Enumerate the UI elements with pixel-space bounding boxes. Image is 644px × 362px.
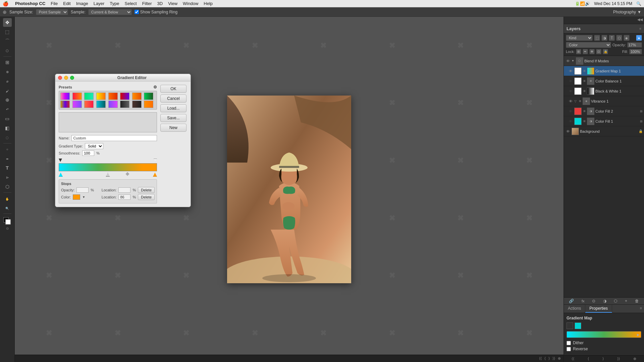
layer-background[interactable]: 👁 Background 🔒 bbox=[564, 126, 644, 136]
color-stop-swatch[interactable] bbox=[73, 194, 80, 200]
preset-12[interactable] bbox=[96, 101, 106, 108]
new-layer-btn[interactable]: + bbox=[625, 299, 627, 303]
cancel-button[interactable]: Cancel bbox=[160, 95, 186, 103]
canvas-nav-next2[interactable]: ⟩⟩ bbox=[552, 356, 555, 361]
eye-color-fill-2[interactable]: 👁 bbox=[568, 109, 573, 114]
fill-input[interactable] bbox=[629, 49, 642, 54]
eyedropper-tool[interactable]: ⊕ bbox=[3, 67, 12, 76]
hand-tool[interactable] bbox=[3, 194, 12, 203]
sample-size-select[interactable]: Point Sample bbox=[36, 9, 68, 15]
fg-bg-colors[interactable] bbox=[3, 217, 12, 226]
sample-select[interactable]: Current & Below bbox=[88, 9, 132, 15]
preset-5[interactable] bbox=[108, 93, 118, 100]
path-select-tool[interactable]: ⊳ bbox=[3, 173, 12, 182]
preset-9[interactable] bbox=[60, 101, 70, 108]
layer-filter-active[interactable]: ● bbox=[636, 35, 642, 41]
smoothness-input[interactable] bbox=[82, 150, 94, 156]
menu-help[interactable]: Help bbox=[204, 1, 213, 6]
blur-tool[interactable]: ◌ bbox=[3, 133, 12, 142]
layer-color-balance-1[interactable]: 👁 ⊞ ⊕ Color Balance 1 bbox=[564, 76, 644, 86]
right-nav-2[interactable]: ⟨ bbox=[588, 357, 589, 361]
opacity-stop-left[interactable] bbox=[59, 159, 62, 162]
preset-4[interactable] bbox=[96, 93, 106, 100]
gradient-bar[interactable] bbox=[59, 163, 157, 171]
show-sampling-label[interactable]: Show Sampling Ring bbox=[135, 10, 177, 14]
opacity-stop-input[interactable] bbox=[76, 187, 89, 193]
menu-view[interactable]: View bbox=[168, 1, 177, 6]
opacity-location-input[interactable] bbox=[118, 187, 130, 193]
search-icon[interactable]: 🔍 bbox=[636, 1, 641, 6]
opacity-stop-right[interactable] bbox=[154, 159, 157, 162]
layer-filter-type[interactable]: T bbox=[609, 35, 615, 41]
menu-3d[interactable]: 3D bbox=[157, 1, 163, 6]
lock-all-btn[interactable]: 🔒 bbox=[603, 49, 608, 54]
preset-15[interactable] bbox=[132, 101, 142, 108]
link-layers-btn[interactable]: 🔗 bbox=[569, 299, 574, 303]
layer-filter-shape[interactable]: ⬡ bbox=[616, 35, 622, 41]
preset-6[interactable] bbox=[120, 93, 129, 100]
new-button[interactable]: New bbox=[160, 124, 186, 132]
brush-tool[interactable] bbox=[3, 86, 12, 95]
gradient-preview-arrow[interactable]: ▶ bbox=[636, 331, 641, 338]
color-stop-orange[interactable] bbox=[153, 173, 157, 177]
preset-14[interactable] bbox=[120, 101, 129, 108]
layer-vibrance-1[interactable]: 👁 ▽ ⊞ ◈ Vibrance 1 bbox=[564, 96, 644, 106]
color-blend-select[interactable]: Color bbox=[566, 42, 611, 48]
adjustment-layer-btn[interactable]: ◑ bbox=[603, 299, 606, 303]
layer-fx-btn[interactable]: fx bbox=[582, 299, 585, 303]
gradient-preview-bar[interactable]: ▶ bbox=[567, 331, 641, 338]
preset-10[interactable] bbox=[72, 101, 82, 108]
pen-tool[interactable] bbox=[3, 154, 12, 163]
group-layers-btn[interactable]: ⬡ bbox=[614, 299, 617, 303]
actions-tab[interactable]: Actions bbox=[564, 305, 585, 313]
canvas-nav-add[interactable]: ⊕ bbox=[558, 356, 561, 361]
gradient-type-select[interactable]: Solid bbox=[85, 143, 103, 149]
reverse-checkbox[interactable] bbox=[567, 347, 571, 351]
preset-11[interactable] bbox=[84, 101, 94, 108]
layer-filter-pixel[interactable]: ⬚ bbox=[594, 35, 600, 41]
dialog-close-btn[interactable] bbox=[58, 76, 62, 80]
right-nav-1[interactable]: ⟨⟨ bbox=[572, 357, 574, 361]
panel-collapse-icon[interactable]: ◀◀ bbox=[637, 17, 643, 23]
color-stop-cyan[interactable] bbox=[59, 173, 63, 177]
eraser-tool[interactable] bbox=[3, 114, 12, 123]
lock-pixels-btn[interactable]: ✒ bbox=[583, 49, 588, 54]
save-button[interactable]: Save... bbox=[160, 114, 186, 122]
eye-color-balance-1[interactable]: 👁 bbox=[568, 78, 573, 84]
delete-layer-btn[interactable]: 🗑 bbox=[635, 299, 639, 303]
eye-color-fill-1[interactable]: 👁 bbox=[568, 119, 573, 124]
preset-2[interactable] bbox=[72, 93, 82, 100]
layer-color-fill-2[interactable]: 👁 ⊞ ◑ Color Fill 2 ⊞ bbox=[564, 106, 644, 116]
layer-color-fill-1[interactable]: 👁 ⊞ ◑ Color Fill 1 ⊞ bbox=[564, 116, 644, 126]
gradient-tool[interactable] bbox=[3, 124, 12, 132]
menu-select[interactable]: Select bbox=[124, 1, 137, 6]
canvas-nav-next[interactable]: ⟩ bbox=[548, 356, 550, 361]
dither-checkbox[interactable] bbox=[567, 341, 571, 345]
right-nav-5[interactable]: ⊕ bbox=[633, 357, 636, 361]
layer-blend-if-modes[interactable]: 👁 ▼ ⬡ Blend If Modes bbox=[564, 56, 644, 66]
layer-bw-1[interactable]: 👁 ⊞ Black & White 1 bbox=[564, 86, 644, 96]
midpoint-diamond[interactable] bbox=[125, 172, 129, 176]
layers-panel-menu[interactable]: ≡ bbox=[639, 27, 641, 31]
preset-16[interactable] bbox=[144, 101, 153, 108]
menu-filter[interactable]: Filter bbox=[142, 1, 152, 6]
menu-layer[interactable]: Layer bbox=[94, 1, 105, 6]
add-mask-btn[interactable]: ⊙ bbox=[592, 299, 595, 303]
menu-window[interactable]: Window bbox=[183, 1, 198, 6]
right-nav-4[interactable]: ⟩⟩ bbox=[617, 357, 620, 361]
type-tool[interactable] bbox=[3, 164, 12, 172]
eye-blend-if-modes[interactable]: 👁 bbox=[565, 58, 571, 64]
healing-brush-tool[interactable]: ⌀ bbox=[3, 77, 12, 85]
move-tool[interactable] bbox=[3, 18, 12, 27]
menu-edit[interactable]: Edit bbox=[63, 1, 70, 6]
shape-tool[interactable] bbox=[3, 182, 12, 191]
marquee-tool[interactable] bbox=[3, 27, 12, 36]
workspace-selector[interactable]: Photography ▼ bbox=[613, 10, 641, 14]
eye-background[interactable]: 👁 bbox=[565, 129, 571, 134]
presets-gear-icon[interactable]: ⚙ bbox=[153, 85, 157, 89]
crop-tool[interactable] bbox=[3, 58, 12, 67]
quick-select-tool[interactable]: ⬡ bbox=[3, 46, 12, 55]
properties-tab[interactable]: Properties bbox=[585, 305, 612, 313]
preset-8[interactable] bbox=[144, 93, 153, 100]
canvas-nav-prev[interactable]: ⟨ bbox=[544, 356, 546, 361]
